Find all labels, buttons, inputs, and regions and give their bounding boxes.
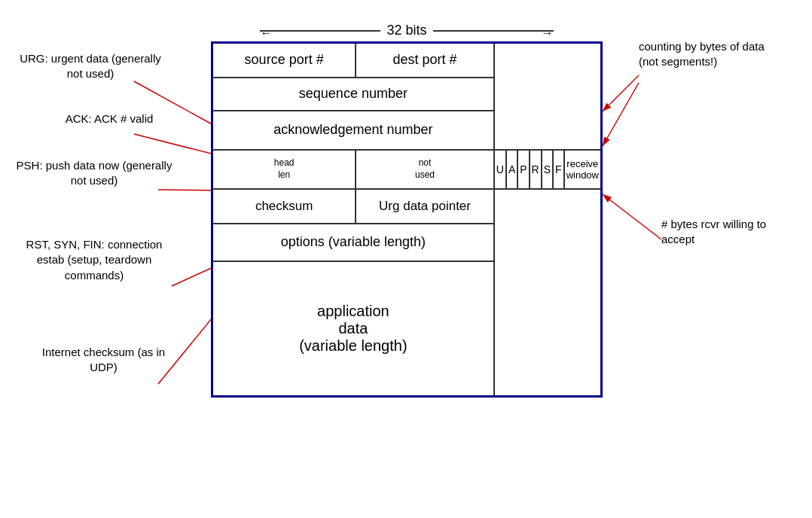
syn-flag-cell: S: [542, 150, 553, 189]
source-port-cell: source port #: [212, 43, 356, 78]
appdata-cell: applicationdata(variable length): [212, 261, 494, 397]
urg-pointer-cell: Urg data pointer: [356, 189, 494, 224]
rst-annotation: RST, SYN, FIN: connection estab (setup, …: [15, 237, 173, 283]
options-cell: options (variable length): [212, 224, 494, 261]
seq-cell: sequence number: [212, 78, 494, 111]
ack-flag-cell: A: [506, 150, 517, 189]
rcvr-annotation: # bytes rcvr willing to accept: [661, 217, 797, 248]
checksum-cell: checksum: [212, 189, 356, 224]
tcp-diagram: ← 32 bits → source port # dest port # se…: [211, 23, 603, 398]
appdata-row: applicationdata(variable length): [212, 261, 602, 397]
seq-row: sequence number: [212, 78, 602, 111]
rst-flag-cell: R: [530, 150, 542, 189]
not-used-cell: notused: [356, 150, 494, 189]
tcp-segment-table: source port # dest port # sequence numbe…: [211, 41, 603, 398]
bits-label: ← 32 bits →: [211, 23, 603, 38]
checksum-row: checksum Urg data pointer: [212, 189, 602, 224]
svg-line-8: [603, 194, 661, 239]
urg-annotation: URG: urgent data (generally not used): [15, 51, 166, 82]
head-len-cell: headlen: [212, 150, 356, 189]
psh-flag-cell: P: [517, 150, 529, 189]
receive-window-cell: receive window: [564, 150, 602, 189]
checksum-annotation: Internet checksum (as in UDP): [38, 345, 169, 376]
flags-row: headlen notused U A P R S F receive wind…: [212, 150, 602, 189]
ack-cell: acknowledgement number: [212, 111, 494, 150]
svg-line-7: [603, 83, 639, 146]
dest-port-cell: dest port #: [356, 43, 494, 78]
psh-annotation: PSH: push data now (generally not used): [11, 158, 177, 189]
ports-row: source port # dest port #: [212, 43, 602, 78]
counting-annotation: counting by bytes of data (not segments!…: [639, 39, 782, 70]
options-row: options (variable length): [212, 224, 602, 261]
svg-line-6: [603, 75, 639, 111]
ack-row: acknowledgement number: [212, 111, 602, 150]
fin-flag-cell: F: [553, 150, 564, 189]
urg-flag-cell: U: [494, 150, 506, 189]
ack-annotation: ACK: ACK # valid: [41, 111, 177, 126]
